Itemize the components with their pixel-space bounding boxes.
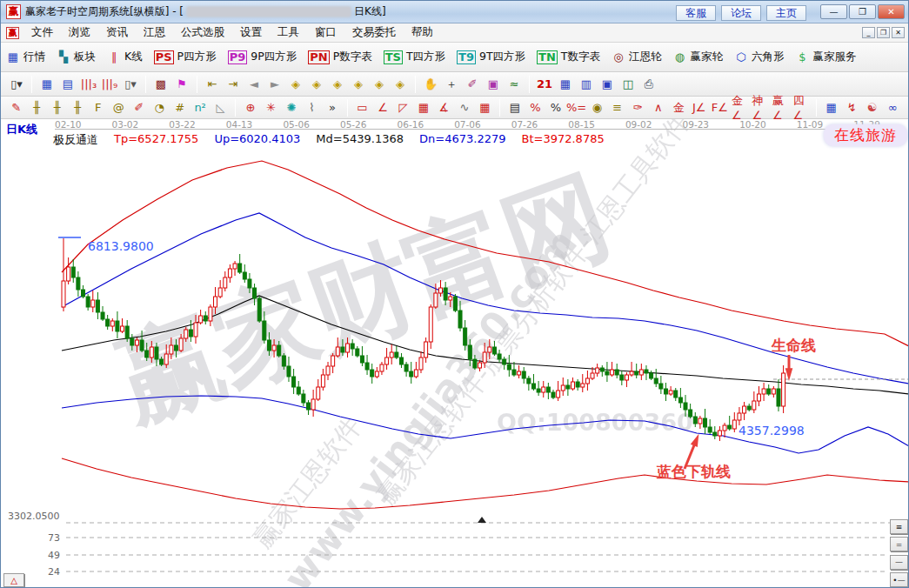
shen-angle-icon[interactable]: 神∠ xyxy=(751,99,769,117)
more-tools-icon[interactable]: » xyxy=(323,99,341,117)
f-angle-icon[interactable]: F∠ xyxy=(711,99,729,117)
report-view-icon[interactable]: ▥ xyxy=(577,76,596,93)
starburst-tool-icon[interactable]: ✳ xyxy=(262,99,280,117)
caliper-tool-icon[interactable]: ⌇ xyxy=(303,99,321,117)
close-button[interactable]: ✕ xyxy=(878,4,905,19)
candlestick-chart[interactable]: 赢家财富网赢家江恩软件-股票分析软件-江恩工具软件赢家江恩软件www.yingj… xyxy=(1,119,909,588)
pencil-tool-icon[interactable]: ✎ xyxy=(7,99,25,117)
grid-red-tool-icon[interactable]: ▦ xyxy=(476,99,494,117)
box-tool-icon[interactable]: ▭ xyxy=(353,99,371,117)
toolbar-p9-square[interactable]: P99P四方形 xyxy=(228,50,297,64)
toolbar-sectors[interactable]: ▚板块 xyxy=(57,50,96,64)
wave-tool-icon[interactable]: ≈ xyxy=(505,76,524,93)
menu-item-资讯[interactable]: 资讯 xyxy=(98,23,136,42)
percent-black-icon[interactable]: % xyxy=(546,99,565,117)
brush-tool-icon[interactable]: ✑ xyxy=(629,99,647,117)
polyline-chart-icon[interactable]: ↯ xyxy=(842,99,860,117)
pane-slider-button[interactable]: •— xyxy=(890,572,908,587)
menu-item-公式选股[interactable]: 公式选股 xyxy=(173,23,232,42)
picker-tool-icon[interactable]: ✐ xyxy=(463,76,482,93)
menu-item-设置[interactable]: 设置 xyxy=(232,23,270,42)
grid-yellow-icon[interactable]: ▦ xyxy=(822,99,840,117)
ladder-tool-icon[interactable]: ▤ xyxy=(505,99,524,117)
toolbar-t-number-table[interactable]: TNT数字表 xyxy=(537,50,600,64)
indicator-toggle-button[interactable]: △ xyxy=(3,573,24,587)
spiral-tool-icon[interactable]: @ xyxy=(109,99,127,117)
save-disk-icon[interactable]: ▣ xyxy=(598,76,617,93)
gann-clock-icon[interactable]: ◔ xyxy=(150,99,168,117)
si-angle-icon[interactable]: 四∠ xyxy=(792,99,810,117)
nav-last-icon[interactable]: ⇥ xyxy=(224,76,243,93)
restore-button[interactable]: ❐ xyxy=(849,4,876,19)
n-squared-icon[interactable]: n² xyxy=(190,99,209,117)
menu-item-交易委托[interactable]: 交易委托 xyxy=(344,23,404,42)
set-square-icon[interactable]: ◺ xyxy=(211,99,230,117)
pane-lines-3-button[interactable]: ≡ xyxy=(890,519,908,534)
print-icon[interactable]: ⎙ xyxy=(639,76,658,93)
crosshair-tool-icon[interactable]: ＋ xyxy=(442,76,461,93)
pattern-tool-icon[interactable]: ▩ xyxy=(151,76,170,93)
web-box-tool-icon[interactable]: ▦ xyxy=(414,99,432,117)
forum-button[interactable]: 论坛 xyxy=(721,5,761,21)
nav-prev-icon[interactable]: ◄ xyxy=(244,76,264,93)
nav-next-icon[interactable]: ► xyxy=(265,76,284,93)
toolbar-p-square[interactable]: PSP四方形 xyxy=(154,50,217,64)
calendar-21-icon[interactable]: 21 xyxy=(535,76,554,93)
gann-grid-gold-1-icon[interactable]: ╫ xyxy=(48,99,66,117)
zoom-diamond-full-icon[interactable]: ◈ xyxy=(370,76,389,93)
gann-grid-f-icon[interactable]: F xyxy=(89,99,107,117)
mdi-minimize-button[interactable]: _ xyxy=(862,27,875,38)
toolbar-p-number-table[interactable]: PNP数字表 xyxy=(308,50,371,64)
calculator-icon[interactable]: ▦ xyxy=(556,76,575,93)
wave-red-icon[interactable]: ∧ xyxy=(649,99,667,117)
yinyang-icon[interactable]: ☯ xyxy=(863,99,881,117)
grid-small-icon[interactable]: # xyxy=(170,99,189,117)
pencil-ruler-icon[interactable]: ✐ xyxy=(130,99,148,117)
toolbar-hexagon[interactable]: ⬡六角形 xyxy=(734,50,785,64)
period-selector-icon[interactable]: ▯▾ xyxy=(7,76,26,93)
nav-first-icon[interactable]: ⇤ xyxy=(203,76,222,93)
menu-item-帮助[interactable]: 帮助 xyxy=(404,23,441,42)
gann-grid-1-icon[interactable]: ╫ xyxy=(27,99,45,117)
pane-lines-1-button[interactable]: — xyxy=(890,555,908,570)
minute-chart-icon[interactable]: ▦ xyxy=(37,76,57,93)
target-tool-icon[interactable]: ⊕ xyxy=(241,99,259,117)
toolbar-quotes[interactable]: ▦行情 xyxy=(6,50,45,64)
board-view-icon[interactable]: ▤ xyxy=(58,76,77,93)
web-tool-icon[interactable]: ✺ xyxy=(282,99,300,117)
infinity-icon[interactable]: ∞ xyxy=(883,99,901,117)
percent-red-icon[interactable]: % xyxy=(526,99,545,117)
save-web-icon[interactable]: ◫ xyxy=(618,76,638,93)
menu-item-浏览[interactable]: 浏览 xyxy=(61,23,98,42)
fan-box-tool-icon[interactable]: ◸ xyxy=(394,99,412,117)
mdi-restore-button[interactable]: ❐ xyxy=(877,27,890,38)
flag-chart-icon[interactable]: ⚑ xyxy=(172,76,191,93)
menu-item-江恩[interactable]: 江恩 xyxy=(136,23,173,42)
gold-lines-icon[interactable]: ≡ xyxy=(608,99,626,117)
j-angle-icon[interactable]: J∠ xyxy=(690,99,708,117)
fan-tool-icon[interactable]: ∠ xyxy=(373,99,391,117)
jin-angle-icon[interactable]: 金∠ xyxy=(731,99,749,117)
hand-tool-icon[interactable]: ✋ xyxy=(421,76,440,93)
sector-badge[interactable]: 在线旅游 xyxy=(824,124,907,146)
toolbar-kline[interactable]: ∥K线 xyxy=(107,50,143,64)
gold-angle-icon[interactable]: 金 xyxy=(670,99,688,117)
candle-style-icon[interactable]: ▯▾ xyxy=(121,76,140,93)
mdi-close-button[interactable]: ✕ xyxy=(892,27,905,38)
zoom-diamond-out-icon[interactable]: ◈ xyxy=(349,76,368,93)
toolbar-t-square[interactable]: TST四方形 xyxy=(384,50,445,64)
toolbar-winner-wheel[interactable]: ◍赢家轮 xyxy=(672,50,723,64)
gold-circle-icon[interactable]: ◉ xyxy=(588,99,606,117)
toolbar-t9-square[interactable]: T99T四方形 xyxy=(457,50,525,64)
zoom-diamond-in-icon[interactable]: ◈ xyxy=(328,76,347,93)
zigzag-tool-icon[interactable]: ∿ xyxy=(455,99,473,117)
homepage-button[interactable]: 主页 xyxy=(766,5,806,21)
toolbar-gann-wheel[interactable]: ◎江恩轮 xyxy=(612,50,662,64)
minimize-button[interactable]: — xyxy=(820,4,847,19)
menu-item-窗口[interactable]: 窗口 xyxy=(307,23,344,42)
toolbar-winner-service[interactable]: $赢家服务 xyxy=(795,50,856,64)
zoom-diamond-right-icon[interactable]: ◈ xyxy=(307,76,326,93)
zoom-diamond-reset-icon[interactable]: ◈ xyxy=(391,76,410,93)
menu-item-工具[interactable]: 工具 xyxy=(270,23,307,42)
pane-lines-2-button[interactable]: = xyxy=(890,537,908,551)
